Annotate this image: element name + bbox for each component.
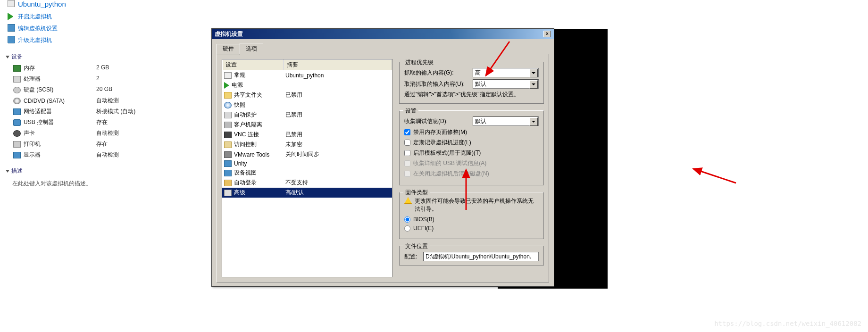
col-summary[interactable]: 摘要 <box>284 59 392 70</box>
opt-autoprotect[interactable]: 自动保护已禁用 <box>222 110 392 120</box>
legend-filepos: 文件位置 <box>403 242 430 250</box>
opt-vnc-icon <box>224 132 232 138</box>
dialog-title-text: 虚拟机设置 <box>215 30 243 38</box>
hw-usb-icon <box>13 119 21 126</box>
opt-tools[interactable]: VMware Tools关闭时间同步 <box>222 149 392 159</box>
hw-printer[interactable]: 打印机存在 <box>4 139 147 149</box>
hw-display[interactable]: 显示器自动检测 <box>4 149 147 160</box>
firmware-warning: 更改固件可能会导致已安装的客户机操作系统无法引导。 <box>415 197 539 213</box>
options-list[interactable]: 设置 摘要 常规Ubuntu_python电源共享文件夹已禁用快照自动保护已禁用… <box>222 59 392 277</box>
upgrade-link[interactable]: 升级此虚拟机 <box>4 34 147 46</box>
opt-snapshot[interactable]: 快照 <box>222 100 392 110</box>
opt-power[interactable]: 电源 <box>222 80 392 90</box>
vm-name-text: Ubuntu_python <box>18 0 66 8</box>
select-debug[interactable]: 默认 <box>473 116 539 126</box>
group-priority: 进程优先级 抓取的输入内容(G): 高 取消抓取的输入内容(U): 默认 通过"… <box>399 62 544 104</box>
opt-general-icon <box>224 72 232 79</box>
dialog-titlebar[interactable]: 虚拟机设置 × <box>212 29 554 39</box>
select-ungrab[interactable]: 默认 <box>473 79 539 89</box>
devices-section[interactable]: 设备 <box>4 46 147 63</box>
group-firmware: 固件类型 更改固件可能会导致已安装的客户机操作系统无法引导。 BIOS(B) U… <box>399 192 544 239</box>
power-on-link[interactable]: 开启此虚拟机 <box>4 11 147 23</box>
check-clean-disk <box>404 171 410 177</box>
vm-title: Ubuntu_python <box>4 0 147 11</box>
label-template: 启用模板模式(用于克隆)(T) <box>413 149 481 157</box>
radio-bios[interactable] <box>404 216 410 223</box>
priority-hint: 通过"编辑">"首选项">"优先级"指定默认设置。 <box>404 91 539 99</box>
hw-cd-icon <box>13 98 21 104</box>
opt-shared[interactable]: 共享文件夹已禁用 <box>222 90 392 100</box>
description-placeholder[interactable]: 在此处键入对该虚拟机的描述。 <box>4 177 147 190</box>
opt-access-icon <box>224 141 232 148</box>
dialog-tabs: 硬件 选项 <box>217 43 549 54</box>
hw-net-icon <box>13 108 21 115</box>
upgrade-label: 升级此虚拟机 <box>18 37 52 43</box>
label-grab: 抓取的输入内容(G): <box>404 69 473 77</box>
hw-cpu-icon <box>13 76 21 83</box>
hw-sound-icon <box>13 130 21 137</box>
hw-sound[interactable]: 声卡自动检测 <box>4 128 147 139</box>
wrench-icon <box>8 24 15 32</box>
select-grab[interactable]: 高 <box>473 68 539 77</box>
opt-unity[interactable]: Unity <box>222 159 392 168</box>
opt-advanced[interactable]: 高级高/默认 <box>222 188 392 198</box>
tab-panel-options: 设置 摘要 常规Ubuntu_python电源共享文件夹已禁用快照自动保护已禁用… <box>217 54 549 282</box>
opt-general[interactable]: 常规Ubuntu_python <box>222 70 392 80</box>
opt-guest-icon <box>224 122 232 128</box>
radio-uefi[interactable] <box>404 225 410 232</box>
opt-access[interactable]: 访问控制未加密 <box>222 140 392 149</box>
opt-vnc[interactable]: VNC 连接已禁用 <box>222 130 392 140</box>
opt-unity-icon <box>224 160 232 167</box>
check-template[interactable] <box>404 150 410 156</box>
check-usb-debug <box>404 160 410 166</box>
list-header: 设置 摘要 <box>222 59 392 70</box>
hw-memory[interactable]: 内存2 GB <box>4 63 147 74</box>
input-config-path[interactable] <box>423 252 539 261</box>
opt-power-icon <box>224 82 229 89</box>
label-bios: BIOS(B) <box>413 216 434 223</box>
edit-settings-label: 编辑虚拟机设置 <box>18 25 58 32</box>
hw-cpu[interactable]: 处理器2 <box>4 74 147 84</box>
close-icon[interactable]: × <box>543 31 551 37</box>
check-log-progress[interactable] <box>404 140 410 146</box>
hw-disk-icon <box>13 87 21 93</box>
hardware-list: 内存2 GB处理器2硬盘 (SCSI)20 GBCD/DVD (SATA)自动检… <box>4 63 147 160</box>
label-log-progress: 定期记录虚拟机进度(L) <box>413 139 471 147</box>
opt-advanced-icon <box>224 190 232 196</box>
upgrade-icon <box>8 36 15 43</box>
tab-hardware[interactable]: 硬件 <box>217 44 240 55</box>
hw-usb[interactable]: USB 控制器存在 <box>4 117 147 128</box>
label-usb-debug: 收集详细的 USB 调试信息(A) <box>413 159 486 167</box>
advanced-panel: 进程优先级 抓取的输入内容(G): 高 取消抓取的输入内容(U): 默认 通过"… <box>399 59 544 277</box>
opt-snapshot-icon <box>224 102 232 108</box>
label-clean-disk: 在关闭此虚拟机后清理磁盘(N) <box>413 170 489 178</box>
label-debug: 收集调试信息(D): <box>404 117 473 125</box>
hw-net[interactable]: 网络适配器桥接模式 (自动) <box>4 106 147 117</box>
warning-icon <box>404 197 412 204</box>
edit-settings-link[interactable]: 编辑虚拟机设置 <box>4 23 147 34</box>
opt-tools-icon <box>224 151 232 158</box>
opt-guest[interactable]: 客户机隔离 <box>222 120 392 130</box>
group-filepos: 文件位置 配置: <box>399 246 544 266</box>
vm-summary-pane: Ubuntu_python 开启此虚拟机 编辑虚拟机设置 升级此虚拟机 设备 内… <box>0 0 151 332</box>
opt-autologin-icon <box>224 180 232 186</box>
power-on-label: 开启此虚拟机 <box>18 13 52 20</box>
label-ungrab: 取消抓取的输入内容(U): <box>404 80 473 88</box>
opt-shared-icon <box>224 92 232 99</box>
hw-printer-icon <box>13 141 21 148</box>
opt-autologin[interactable]: 自动登录不受支持 <box>222 178 392 188</box>
label-config: 配置: <box>404 253 423 261</box>
col-setting[interactable]: 设置 <box>222 59 284 70</box>
watermark: https://blog.csdn.net/weixin_40612082 <box>714 320 861 327</box>
description-section[interactable]: 描述 <box>4 160 147 177</box>
hw-disk[interactable]: 硬盘 (SCSI)20 GB <box>4 84 147 95</box>
tab-options[interactable]: 选项 <box>240 43 263 54</box>
group-settings: 设置 收集调试信息(D): 默认 禁用内存页面修整(M) 定期记录虚拟机进度(L… <box>399 110 544 185</box>
vm-icon <box>8 0 15 7</box>
legend-priority: 进程优先级 <box>403 58 435 66</box>
opt-device-view[interactable]: 设备视图 <box>222 168 392 178</box>
check-mem-trim[interactable] <box>404 129 410 135</box>
hw-display-icon <box>13 152 21 158</box>
label-mem-trim: 禁用内存页面修整(M) <box>413 128 467 136</box>
hw-cd[interactable]: CD/DVD (SATA)自动检测 <box>4 95 147 106</box>
